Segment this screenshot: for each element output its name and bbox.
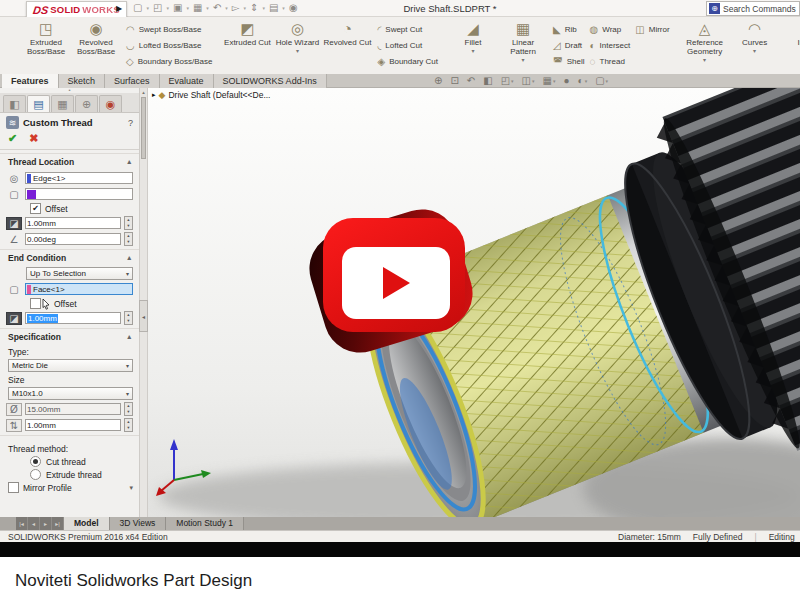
print-icon[interactable]: ▦ — [193, 2, 202, 14]
scroll-up-icon[interactable]: ▴ — [140, 88, 147, 96]
panel-tab-configurationmanager[interactable]: ▦ — [51, 95, 74, 112]
ribbon-wrap-button[interactable]: ◍Wrap — [590, 23, 631, 36]
checkbox-offset[interactable]: ✔Offset — [30, 203, 133, 214]
spinner-buttons[interactable]: ▴▾ — [124, 216, 133, 230]
offset-distance-field[interactable]: 1.00mm — [25, 217, 121, 229]
radio-dot[interactable] — [30, 456, 41, 467]
ribbon-boundary-boss-base-button[interactable]: ◇Boundary Boss/Base — [126, 55, 212, 68]
select-up-to-selection[interactable]: Up To Selection▾ — [26, 267, 133, 280]
options-icon[interactable]: ◉ — [289, 2, 298, 14]
tab-sketch[interactable]: Sketch — [59, 74, 106, 88]
dropdown-caret-icon[interactable]: ▾ — [522, 57, 525, 64]
spinner-buttons[interactable]: ▴▾ — [124, 311, 133, 325]
zoom-to-area-icon[interactable]: ⊡ — [450, 75, 458, 86]
select-icon[interactable]: ▻ — [232, 2, 240, 14]
hide-show-items-icon[interactable]: ▦▾ — [543, 75, 556, 86]
end-face-selection-field[interactable]: Face<1> — [25, 283, 133, 295]
ribbon-hole-wizard-button[interactable]: ◎Hole Wizard▾ — [272, 20, 322, 55]
doc-tab-3d-views[interactable]: 3D Views — [110, 517, 167, 530]
collapse-chevron-icon[interactable]: ▴ — [127, 158, 131, 166]
panel-tab-propertymanager[interactable]: ▤ — [27, 95, 50, 112]
ok-button[interactable]: ✔ — [8, 132, 17, 145]
tab-evaluate[interactable]: Evaluate — [160, 74, 214, 88]
thread-pitch-field[interactable]: 1.00mm — [25, 419, 121, 431]
flyout-feature-tree[interactable]: ▸ ◆ Drive Shaft (Default<<De... — [152, 90, 270, 100]
checkbox-mirror-profile[interactable]: Mirror Profile▾ — [8, 482, 133, 493]
ribbon-lofted-boss-base-button[interactable]: ◡Lofted Boss/Base — [126, 39, 212, 52]
ribbon-draft-button[interactable]: ◿Draft — [553, 39, 585, 52]
section-header-end-condition[interactable]: End Condition▴ — [0, 249, 139, 265]
spin-down-icon[interactable]: ▾ — [125, 318, 132, 324]
ribbon-shell-button[interactable]: ◚Shell — [553, 55, 585, 68]
ribbon-swept-cut-button[interactable]: ◜Swept Cut — [377, 23, 438, 36]
help-icon[interactable]: ? — [128, 118, 133, 128]
spin-down-icon[interactable]: ▾ — [125, 409, 132, 415]
ribbon-revolved-cut-button[interactable]: ◔Revolved Cut — [322, 20, 372, 47]
ribbon-swept-boss-base-button[interactable]: ◠Swept Boss/Base — [126, 23, 212, 36]
view-settings-icon[interactable]: ▢▾ — [595, 75, 608, 86]
ribbon-intersect-button[interactable]: ◐Intersect — [590, 39, 631, 52]
ribbon-extruded-boss-base-button[interactable]: ◳Extruded Boss/Base — [21, 20, 71, 56]
checkbox-box[interactable] — [8, 482, 19, 493]
collapse-chevron-icon[interactable]: ▴ — [127, 333, 131, 341]
ribbon-thread-button[interactable]: ◌Thread — [590, 55, 631, 68]
spinner-buttons[interactable]: ▴▾ — [124, 418, 133, 432]
checkbox-box[interactable] — [30, 298, 41, 309]
ribbon-reference-geometry-button[interactable]: ◬Reference Geometry▾ — [680, 20, 730, 64]
dropdown-caret-icon[interactable]: ▾ — [753, 48, 756, 55]
cancel-button[interactable]: ✖ — [29, 132, 38, 145]
section-header-thread-location[interactable]: Thread Location▴ — [0, 153, 139, 169]
panel-collapse-handle[interactable]: ◂ — [139, 300, 148, 332]
panel-tab-featuremanager[interactable]: ◧ — [3, 95, 26, 112]
scroll-more-icon[interactable]: ▾ — [129, 484, 133, 492]
save-icon[interactable]: ▣ — [173, 2, 182, 14]
spinner-buttons[interactable]: ▴▾ — [124, 232, 133, 246]
apply-scene-icon[interactable]: ◐▾ — [578, 75, 588, 86]
youtube-play-overlay[interactable] — [315, 210, 485, 360]
spin-down-icon[interactable]: ▾ — [125, 239, 132, 245]
thread-diameter-field[interactable]: 15.00mm — [25, 403, 121, 415]
previous-view-icon[interactable]: ↶ — [467, 75, 475, 86]
ribbon-revolved-boss-base-button[interactable]: ◉Revolved Boss/Base — [71, 20, 121, 56]
select-m10x1-0[interactable]: M10x1.0▾ — [8, 387, 133, 400]
radio-dot[interactable] — [30, 469, 41, 480]
dropdown-caret-icon[interactable]: ▾ — [703, 57, 706, 64]
tab-features[interactable]: Features — [2, 74, 59, 88]
tab-nav-icon-0[interactable]: |◂ — [16, 517, 28, 530]
ribbon-lofted-cut-button[interactable]: ◟Lofted Cut — [377, 39, 438, 52]
doc-tab-model[interactable]: Model — [64, 517, 110, 530]
checkbox-offset[interactable]: Offset — [30, 298, 133, 309]
ribbon-curves-button[interactable]: ◠Curves▾ — [730, 20, 780, 55]
menu-flyout-arrow-icon[interactable]: ▶ — [116, 4, 122, 13]
doc-tab-motion-study-1[interactable]: Motion Study 1 — [166, 517, 244, 530]
tab-nav-icon-1[interactable]: ◂ — [28, 517, 40, 530]
angle-field[interactable]: 0.00deg — [25, 233, 121, 245]
ribbon-mirror-button[interactable]: ◫Mirror — [635, 23, 669, 36]
ribbon-instant3d-button[interactable]: ◭Instant3D — [790, 20, 800, 47]
spinner-buttons[interactable]: ▴▾ — [124, 402, 133, 416]
panel-tab-displaymanager[interactable]: ◉ — [99, 95, 122, 112]
dropdown-caret-icon[interactable]: ▾ — [296, 48, 299, 55]
tab-nav-icon-2[interactable]: ▸ — [40, 517, 52, 530]
graphics-area[interactable]: ▸ ◆ Drive Shaft (Default<<De... — [148, 88, 800, 517]
end-offset-distance-field[interactable]: 1.00mm — [25, 312, 121, 324]
undo-icon[interactable]: ↶ — [213, 2, 221, 14]
tab-surfaces[interactable]: Surfaces — [105, 74, 160, 88]
scrollbar-thumb[interactable] — [141, 97, 146, 159]
edit-appearance-icon[interactable]: ● — [564, 75, 570, 86]
ribbon-fillet-button[interactable]: ◢Fillet▾ — [448, 20, 498, 55]
spin-down-icon[interactable]: ▾ — [125, 223, 132, 229]
face-selection-field[interactable] — [25, 188, 133, 200]
section-header-specification[interactable]: Specification▴ — [0, 328, 139, 344]
dropdown-caret-icon[interactable]: ▾ — [472, 48, 475, 55]
open-icon[interactable]: ◰ — [153, 2, 162, 14]
zoom-to-fit-icon[interactable]: ⊕ — [434, 75, 442, 86]
ribbon-linear-pattern-button[interactable]: ▦Linear Pattern▾ — [498, 20, 548, 64]
radio-cut-thread[interactable]: Cut thread — [30, 456, 133, 467]
tree-expand-icon[interactable]: ▸ — [152, 91, 156, 99]
new-document-icon[interactable]: ▢ — [133, 2, 142, 14]
ribbon-extruded-cut-button[interactable]: ◩Extruded Cut — [222, 20, 272, 47]
checkbox-box[interactable]: ✔ — [30, 203, 41, 214]
ribbon-boundary-cut-button[interactable]: ◈Boundary Cut — [377, 55, 438, 68]
radio-extrude-thread[interactable]: Extrude thread — [30, 469, 133, 480]
